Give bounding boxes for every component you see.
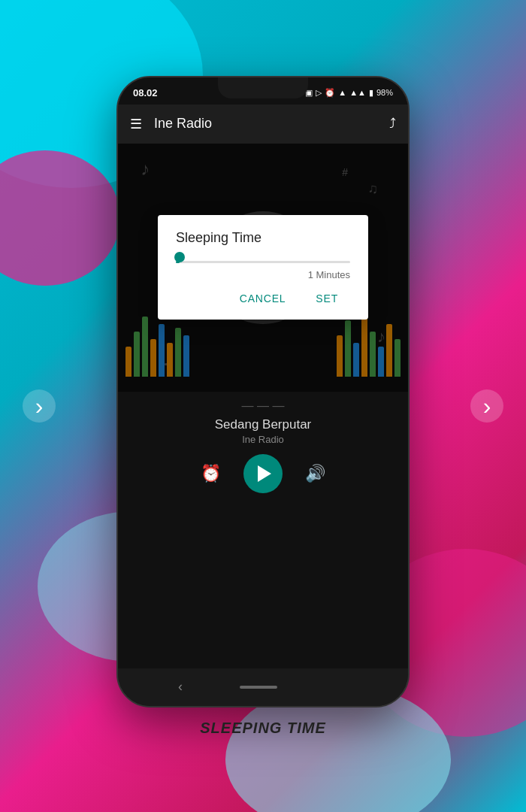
alarm-icon: ⏰ bbox=[325, 88, 335, 98]
sleeping-time-dialog: Sleeping Time 1 Minutes CANCEL SET bbox=[158, 215, 368, 320]
track-dots: — — — bbox=[133, 399, 393, 413]
wifi-icon: ▲ bbox=[338, 88, 346, 97]
player-controls: ⏰ 🔊 bbox=[133, 454, 393, 501]
phone-frame: 08.02 ♪ ▣ ▷ ⏰ ▲ ▲▲ ▮ 98% ☰ Ine Radio ⤴ ♪… bbox=[116, 76, 410, 707]
dialog-overlay: Sleeping Time 1 Minutes CANCEL SET bbox=[118, 144, 408, 392]
alarm-control-icon[interactable]: ⏰ bbox=[201, 464, 221, 483]
chevron-left-icon[interactable]: › bbox=[23, 389, 56, 423]
player-area: — — — Sedang Berputar Ine Radio ⏰ 🔊 bbox=[118, 392, 408, 504]
home-bar[interactable] bbox=[240, 686, 277, 689]
volume-icon[interactable]: 🔊 bbox=[305, 464, 325, 483]
play-button[interactable] bbox=[243, 454, 283, 493]
page-caption: SLEEPING TIME bbox=[200, 720, 325, 737]
back-button[interactable]: ‹ bbox=[178, 679, 183, 695]
slider-value-label: 1 Minutes bbox=[176, 269, 350, 280]
chevron-right-icon[interactable]: › bbox=[470, 389, 503, 423]
app-title: Ine Radio bbox=[154, 116, 389, 132]
phone-content: ♪ ♫ ♩ ♪ # INE bbox=[118, 144, 408, 668]
cancel-button[interactable]: CANCEL bbox=[228, 286, 298, 311]
nav-bar: ‹ bbox=[118, 668, 408, 706]
slider-track bbox=[176, 261, 350, 263]
app-bar: ☰ Ine Radio ⤴ bbox=[118, 105, 408, 144]
battery-percent: 98% bbox=[376, 88, 393, 97]
track-subtitle: Ine Radio bbox=[133, 434, 393, 445]
slider-thumb[interactable] bbox=[174, 252, 185, 262]
status-time: 08.02 bbox=[133, 87, 158, 98]
slider-container[interactable] bbox=[176, 261, 350, 263]
signal-icon: ▲▲ bbox=[349, 88, 366, 97]
phone-notch bbox=[218, 77, 308, 98]
set-button[interactable]: SET bbox=[304, 286, 350, 311]
play-icon bbox=[258, 465, 271, 482]
track-title: Sedang Berputar bbox=[133, 417, 393, 432]
share-button[interactable]: ⤴ bbox=[389, 116, 396, 132]
status-icons: ♪ ▣ ▷ ⏰ ▲ ▲▲ ▮ 98% bbox=[298, 88, 393, 98]
dialog-title: Sleeping Time bbox=[176, 230, 350, 246]
menu-button[interactable]: ☰ bbox=[130, 116, 142, 132]
radio-visual: ♪ ♫ ♩ ♪ # INE bbox=[118, 144, 408, 392]
battery-icon: ▮ bbox=[369, 88, 373, 98]
dialog-actions: CANCEL SET bbox=[176, 286, 350, 311]
youtube-icon: ▷ bbox=[316, 88, 322, 98]
